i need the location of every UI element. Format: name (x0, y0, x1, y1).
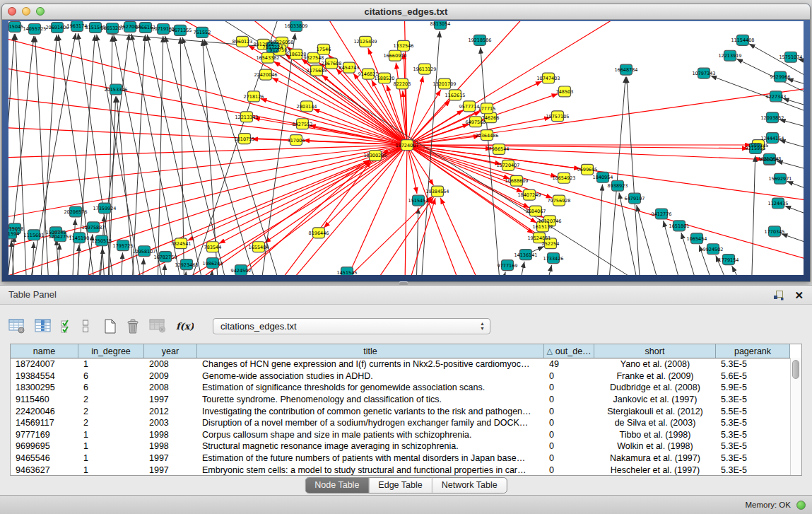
table-row[interactable]: 946554611997Estimation of the future num… (11, 452, 790, 465)
table-cell[interactable]: Jankovic et al. (1997) (594, 395, 716, 404)
column-header-year[interactable]: year (144, 344, 197, 358)
table-panel-titlebar[interactable]: Table Panel ✕ (0, 286, 812, 305)
table-cell[interactable]: Tibbo et al. (1998) (594, 430, 716, 440)
table-cell[interactable]: 0 (544, 441, 594, 451)
table-cell[interactable]: 1 (78, 453, 144, 463)
table-row[interactable]: 977716911998Corpus callosum shape and si… (11, 429, 790, 441)
table-cell[interactable]: 49 (544, 359, 594, 369)
tab-network-table[interactable]: Network Table (432, 478, 507, 493)
table-row[interactable]: 946362711997Embryonic stem cells: a mode… (11, 464, 790, 476)
table-cell[interactable]: 0 (544, 371, 594, 381)
table-cell[interactable]: 1 (78, 465, 144, 475)
table-row[interactable]: 1872400712008Changes of HCN gene express… (11, 358, 790, 370)
unselect-all-columns-button[interactable] (81, 315, 90, 337)
table-cell[interactable]: Tourette syndrome. Phenomenology and cla… (197, 395, 544, 404)
table-cell[interactable]: 0 (544, 453, 594, 463)
table-cell[interactable]: 1997 (144, 453, 197, 463)
table-cell[interactable]: 0 (544, 430, 594, 440)
table-row[interactable]: 1456911722003Disruption of a novel membe… (11, 417, 790, 429)
table-cell[interactable]: 2 (78, 418, 144, 428)
table-row[interactable]: 911546021997Tourette syndrome. Phenomeno… (11, 394, 790, 406)
table-cell[interactable]: Investigating the contribution of common… (197, 407, 544, 416)
table-cell[interactable]: 9115460 (11, 395, 78, 404)
table-cell[interactable]: Structural magnetic resonance image aver… (197, 441, 544, 451)
table-cell[interactable]: Wolkin et al. (1998) (594, 441, 716, 451)
table-cell[interactable]: 9463627 (11, 465, 78, 475)
table-cell[interactable]: 5.3E-5 (716, 418, 790, 428)
table-cell[interactable]: 1 (78, 430, 144, 440)
column-header-short[interactable]: short (594, 344, 716, 358)
table-row[interactable]: 969969511998Structural magnetic resonanc… (11, 440, 790, 452)
table-cell[interactable]: Changes of HCN gene expression and I(f) … (197, 359, 544, 369)
column-header-pagerank[interactable]: pagerank (716, 344, 790, 358)
minimize-window-button[interactable] (22, 7, 30, 16)
delete-columns-button[interactable] (124, 315, 141, 337)
table-row[interactable]: 1830029562008Estimation of significance … (11, 382, 790, 394)
tab-edge-table[interactable]: Edge Table (368, 478, 431, 493)
column-header-in_degree[interactable]: in_degree (78, 344, 144, 358)
table-cell[interactable]: de Silva et al. (2003) (594, 418, 716, 428)
table-cell[interactable]: 0 (544, 395, 594, 404)
network-canvas[interactable]: 1872400789601238912955182260589127503165… (8, 21, 804, 275)
table-cell[interactable]: 6 (78, 382, 144, 392)
show-columns-button[interactable] (33, 315, 53, 337)
table-cell[interactable]: Hescheler et al. (1997) (594, 465, 716, 475)
table-cell[interactable]: 5.5E-5 (716, 407, 790, 416)
table-cell[interactable]: Estimation of significance thresholds fo… (197, 382, 544, 392)
table-cell[interactable]: 1998 (144, 441, 197, 451)
zoom-window-button[interactable] (36, 7, 45, 16)
network-window-titlebar[interactable]: citations_edges.txt (2, 4, 810, 20)
float-panel-icon[interactable] (772, 284, 785, 305)
function-builder-button[interactable]: f(x) (174, 315, 195, 337)
table-options-button[interactable] (7, 315, 27, 337)
close-panel-icon[interactable]: ✕ (794, 290, 804, 300)
tab-node-table[interactable]: Node Table (305, 478, 368, 493)
table-cell[interactable]: 5.3E-5 (716, 359, 790, 369)
table-cell[interactable]: 2 (78, 395, 144, 404)
table-cell[interactable]: 1 (78, 441, 144, 451)
column-header-name[interactable]: name (11, 344, 78, 358)
table-cell[interactable]: 18724007 (11, 359, 78, 369)
table-cell[interactable]: 9777169 (11, 430, 78, 440)
table-cell[interactable]: 2008 (144, 382, 197, 392)
table-cell[interactable]: 1998 (144, 430, 197, 440)
table-cell[interactable]: 5.3E-5 (716, 465, 790, 475)
table-row[interactable]: 2242004622012Investigating the contribut… (11, 405, 790, 417)
table-cell[interactable]: 2003 (144, 418, 197, 428)
table-cell[interactable]: Estimation of the future numbers of pati… (197, 453, 544, 463)
table-cell[interactable]: 2 (78, 407, 144, 416)
table-cell[interactable]: 5.3E-5 (716, 430, 790, 440)
table-cell[interactable]: 5.9E-5 (716, 382, 790, 392)
column-header-title[interactable]: title (197, 344, 544, 358)
table-cell[interactable]: 19384554 (11, 371, 78, 381)
table-cell[interactable]: Nakamura et al. (1997) (594, 453, 716, 463)
table-cell[interactable]: 0 (544, 418, 594, 428)
table-cell[interactable]: 14569117 (11, 418, 78, 428)
table-cell[interactable]: 22420046 (11, 407, 78, 416)
table-cell[interactable]: 1997 (144, 395, 197, 404)
table-cell[interactable]: 0 (544, 382, 594, 392)
table-cell[interactable]: Stergiakouli et al. (2012) (594, 407, 716, 416)
table-cell[interactable]: 0 (544, 407, 594, 416)
table-cell[interactable]: 5.3E-5 (716, 395, 790, 404)
table-cell[interactable]: 18300295 (11, 382, 78, 392)
table-cell[interactable]: Yano et al. (2008) (594, 359, 716, 369)
table-cell[interactable]: 1 (78, 359, 144, 369)
close-window-button[interactable] (8, 7, 16, 16)
table-selector-dropdown[interactable]: citations_edges.txt ▲▼ (213, 318, 490, 334)
table-cell[interactable]: 2012 (144, 407, 197, 416)
table-cell[interactable]: 9699695 (11, 441, 78, 451)
column-header-out_de[interactable]: △out_de… (544, 344, 594, 358)
table-cell[interactable]: Corpus callosum shape and size in male p… (197, 430, 544, 440)
table-cell[interactable]: 1997 (144, 465, 197, 475)
table-cell[interactable]: 5.6E-5 (716, 371, 790, 381)
scrollbar-thumb[interactable] (792, 360, 799, 379)
create-column-button[interactable] (102, 315, 118, 337)
table-cell[interactable]: Genome-wide association studies in ADHD. (197, 371, 544, 381)
table-cell[interactable]: Dudbridge et al. (2008) (594, 382, 716, 392)
table-vertical-scrollbar[interactable] (790, 358, 801, 475)
table-cell[interactable]: 0 (544, 465, 594, 475)
table-cell[interactable]: 2008 (144, 359, 197, 369)
table-cell[interactable]: Disruption of a novel member of a sodium… (197, 418, 544, 428)
table-row[interactable]: 1938455462009Genome-wide association stu… (11, 370, 790, 382)
